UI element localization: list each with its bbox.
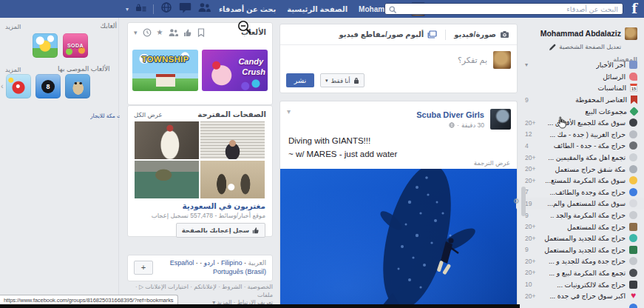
language-list[interactable]: العربية · Filipino · اردو · Español · Po…: [149, 258, 266, 276]
post-time[interactable]: 30 دقيقة: [461, 121, 484, 129]
recommended-more-link[interactable]: المزيد: [5, 66, 21, 73]
sidebar-item[interactable]: آخر الأخبار▾: [516, 59, 644, 71]
ball8-game-icon[interactable]: 8: [35, 74, 61, 98]
sidebar-item[interactable]: حراج جدة ومكة للجديد و ...+20: [516, 255, 644, 267]
sidebar-item-label[interactable]: سوق مكة للجميع الأفضل ...: [548, 118, 626, 127]
carousel-left-icon[interactable]: ‹: [1, 81, 4, 90]
sidebar-item[interactable]: مجموعات البيع: [516, 105, 644, 117]
sidebar-item[interactable]: حراج الغربية ( جدة - مك ...12: [516, 129, 644, 141]
sidebar-item-label[interactable]: الرسائل: [603, 73, 626, 81]
sidebar-item[interactable]: حراج مكة لالكترونيات ...10: [516, 278, 644, 290]
sidebar-item[interactable]: 15المناسبات: [516, 82, 644, 94]
sidebar-item-label[interactable]: سوق مكة المكرمة للمستع...: [545, 176, 626, 184]
township-banner[interactable]: TOWNSHIP: [132, 50, 198, 91]
language-link[interactable]: Português (Brasil): [213, 268, 266, 275]
collage-photo-2: [200, 121, 265, 159]
sidebar-item-label[interactable]: حراج مكة للمستعمل: [567, 223, 626, 231]
chevron-down-icon[interactable]: ▾: [525, 61, 528, 68]
sidebar-item-label[interactable]: تجمع مكة المكرمة لبيع و ...: [549, 269, 626, 277]
search-box[interactable]: البحث عن أصدقاء: [384, 3, 623, 15]
sidebar-item[interactable]: سوق مكة للمستعمل والم...19: [516, 198, 644, 210]
your-games-more-link[interactable]: المزيد: [5, 23, 21, 30]
tab-photo-video[interactable]: صورة/فيديو: [454, 30, 509, 38]
sidebar-item-label[interactable]: حراج مكة للجديد والمستعمل: [544, 246, 626, 254]
sidebar-item-label[interactable]: حراج الغربية ( جدة - مك ...: [549, 130, 626, 138]
sidebar-item-label[interactable]: المناسبات: [597, 84, 626, 92]
sidebar-item[interactable]: حراج مكة - جدة - الطائف4: [516, 140, 644, 152]
sidebar-item[interactable]: حراج مكة للجديد والمستعمل+20: [516, 232, 644, 244]
tab-photo-album[interactable]: ألبوم صور/مقاطع فيديو: [339, 30, 437, 38]
post-author-name[interactable]: Scuba Diver Girls: [416, 110, 484, 119]
sidebar-item-label[interactable]: مجموعات البيع: [585, 107, 627, 116]
view-translation-link[interactable]: عرض الترجمة: [474, 159, 510, 167]
sidebar-item-count: +20: [525, 223, 535, 230]
sidebar-item[interactable]: تجمع مكة المكرمة لبيع و ...+20: [516, 267, 644, 279]
sidebar-user-avatar[interactable]: [625, 27, 637, 40]
sidebar-item-label[interactable]: مكة شقق حراج مستعمل: [555, 165, 626, 173]
bookmark-icon[interactable]: [197, 28, 205, 37]
sidebar-item[interactable]: حراج مكة المكرمة والجد ..9: [516, 210, 644, 221]
sidebar-item[interactable]: حراج مكة للمستعمل+20: [516, 221, 644, 232]
sidebar-item-label[interactable]: حراج جدة ومكة للجديد و ...: [549, 257, 626, 265]
township-game-icon[interactable]: [33, 33, 58, 58]
thumb-up-icon[interactable]: [183, 28, 192, 37]
sidebar-item[interactable]: مكة شقق حراج مستعمل+20: [516, 163, 644, 175]
sidebar-item-label[interactable]: حراج مكة - جدة - الطائف: [554, 141, 626, 150]
page-photo-collage[interactable]: [135, 121, 265, 198]
candy-soda-game-icon[interactable]: SODA: [63, 33, 88, 58]
sidebar-item-label[interactable]: آخر الأخبار: [596, 61, 626, 69]
composer-avatar[interactable]: [493, 51, 511, 69]
find-friends-link[interactable]: بحث عن أصدقاء: [219, 5, 276, 13]
people-icon[interactable]: [169, 28, 178, 37]
sidebar-item[interactable]: العناصر المحفوظة9: [516, 94, 644, 106]
sidebar-item-label[interactable]: سوق مكة للمستعمل والم...: [547, 199, 626, 207]
bookmark-thumbnail[interactable]: [69, 107, 89, 126]
post-image[interactable]: [280, 169, 517, 308]
ice-age-game-icon[interactable]: [65, 74, 90, 98]
like-page-button[interactable]: سجل إعجابك بالصفحة: [176, 223, 265, 238]
sidebar-item-label[interactable]: تجمع اهل مكة والمقيمين ...: [548, 153, 626, 161]
see-all-link[interactable]: عرض الكل: [134, 111, 162, 118]
messages-icon[interactable]: [179, 2, 191, 16]
notifications-globe-icon[interactable]: [160, 1, 172, 16]
language-link[interactable]: Filipino: [221, 259, 243, 267]
sidebar-item[interactable]: الرسائل: [516, 71, 644, 83]
clock-icon[interactable]: [143, 28, 152, 37]
suggested-page-name[interactable]: مغتربون في السعودية: [182, 201, 265, 210]
composer-prompt[interactable]: بم تفكر؟: [458, 56, 487, 65]
sidebar-item[interactable]: حراج مكة للجديد والمستعمل9: [516, 244, 644, 256]
sidebar-item-label[interactable]: حراج مكة لالكترونيات ...: [557, 281, 626, 289]
sidebar-user-name[interactable]: Mohammad Abdalaziz: [540, 29, 621, 38]
sidebar-scrollbar[interactable]: [521, 187, 526, 216]
friend-requests-icon[interactable]: [198, 2, 211, 16]
post-author-avatar[interactable]: [490, 109, 511, 130]
sidebar-item-label[interactable]: العناصر المحفوظة: [575, 96, 627, 104]
language-link[interactable]: اردو: [204, 259, 215, 267]
suggested-pages-title: الصفحات المقترحة: [197, 110, 266, 118]
sidebar-item[interactable]: ♥اكبر سوق حراج في جدة ...+20: [516, 290, 644, 302]
home-link[interactable]: الصفحة الرئيسية: [287, 5, 348, 13]
star-icon[interactable]: ★: [157, 29, 163, 36]
sidebar-item[interactable]: سوق مكة المكرمة للمستع...+20: [516, 175, 644, 187]
sidebar-item-label[interactable]: حراج مكة المكرمة والجد ..: [550, 211, 626, 219]
privacy-selector[interactable]: أنا فقط ▾: [320, 73, 365, 87]
sidebar-item-label[interactable]: اكبر سوق حراج في جدة ...: [549, 292, 626, 300]
edit-profile-link[interactable]: تعديل الصفحة الشخصية: [549, 43, 621, 50]
facebook-logo-icon[interactable]: f: [628, 1, 640, 17]
language-link[interactable]: Español: [170, 259, 194, 267]
bookmark-label[interactable]: عقارات مكة للايجار: [90, 113, 120, 119]
sidebar-item[interactable]: سوق مكة للجميع الأفضل ...+20: [516, 117, 644, 129]
account-menu-chevron-icon[interactable]: ▾: [126, 6, 129, 13]
candy-crush-banner[interactable]: Candy Crush: [202, 50, 268, 91]
group-icon: [629, 199, 637, 207]
sidebar-item-label[interactable]: حراج مكة للجديد والمستعمل: [544, 234, 626, 242]
chevron-down-icon[interactable]: ▾: [134, 29, 138, 36]
sidebar-item[interactable]: حراج مكة وجدة والطائف...7: [516, 187, 644, 198]
candy-crush-game-icon[interactable]: [6, 74, 31, 98]
privacy-shortcuts-icon[interactable]: [135, 2, 146, 16]
sidebar-item-label[interactable]: حراج مكة وجدة والطائف...: [549, 188, 626, 196]
publish-button[interactable]: نشر: [286, 73, 314, 87]
sidebar-item[interactable]: [516, 301, 644, 308]
sidebar-item[interactable]: تجمع اهل مكة والمقيمين ...+20: [516, 152, 644, 164]
post-options-chevron-icon[interactable]: ▾: [287, 107, 291, 116]
